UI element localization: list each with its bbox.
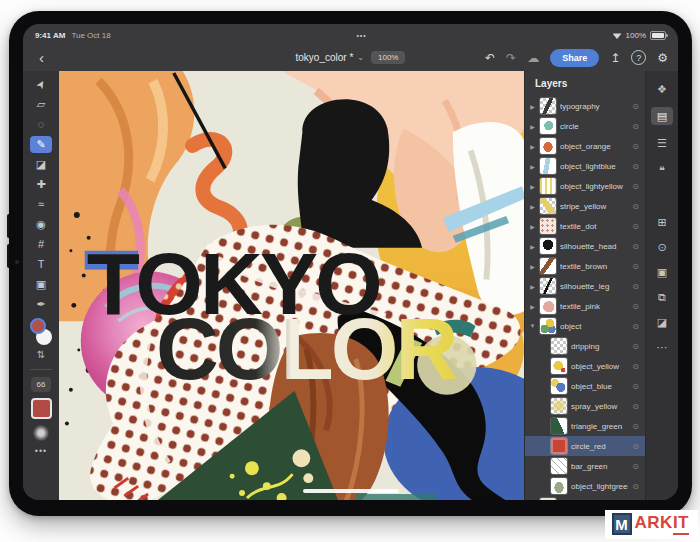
home-indicator[interactable]: [303, 489, 399, 493]
smudge-tool[interactable]: ≈: [30, 196, 52, 213]
primary-color-swatch[interactable]: [30, 318, 46, 334]
layer-visibility-toggle[interactable]: ⊙: [632, 402, 645, 411]
layer-caret-icon[interactable]: ▶: [529, 223, 536, 230]
layer-row-textile_brown[interactable]: ▶textile_brown⊙: [525, 256, 645, 276]
artwork-canvas[interactable]: TOKYO COLOR: [59, 71, 524, 500]
layer-row-object_lightgreen[interactable]: object_lightgreen⊙: [525, 476, 645, 496]
layer-row-circle_red[interactable]: circle_red⊙: [525, 436, 645, 456]
layer-visibility-toggle[interactable]: ⊙: [632, 422, 645, 431]
layer-visibility-toggle[interactable]: ⊙: [632, 442, 645, 451]
adjustments-icon[interactable]: ☰: [651, 134, 673, 152]
layer-caret-icon[interactable]: ▶: [529, 143, 536, 150]
layer-thumbnail[interactable]: [540, 258, 556, 274]
layer-visibility-toggle[interactable]: ⊙: [632, 222, 645, 231]
layer-row-object_yellow[interactable]: object_yellow⊙: [525, 356, 645, 376]
zoom-level-badge[interactable]: 100%: [371, 51, 405, 64]
layer-visibility-toggle[interactable]: ⊙: [632, 322, 645, 331]
transform-tool[interactable]: ▱: [30, 96, 52, 113]
layer-visibility-toggle[interactable]: ⊙: [632, 482, 645, 491]
layer-thumbnail[interactable]: [540, 158, 556, 174]
layer-visibility-toggle[interactable]: ⊙: [632, 142, 645, 151]
layer-caret-icon[interactable]: ▶: [529, 123, 536, 130]
layer-row-silhouette_head[interactable]: ▶silhouette_head⊙: [525, 236, 645, 256]
layer-thumbnail[interactable]: [551, 478, 567, 494]
layer-caret-icon[interactable]: ▶: [529, 303, 536, 310]
layer-row-spray_yellow[interactable]: spray_yellow⊙: [525, 396, 645, 416]
layer-thumbnail[interactable]: [540, 138, 556, 154]
layers-panel-icon[interactable]: ▤: [651, 107, 673, 125]
export-button[interactable]: ↥: [610, 50, 620, 66]
layer-visibility-toggle[interactable]: ⊙: [632, 102, 645, 111]
layer-caret-icon[interactable]: ▶: [529, 163, 536, 170]
undo-button[interactable]: ↶: [485, 50, 495, 66]
layer-visibility-icon[interactable]: ⊙: [651, 238, 673, 256]
layer-visibility-toggle[interactable]: ⊙: [632, 282, 645, 291]
layer-thumbnail[interactable]: [551, 458, 567, 474]
transform-layer-icon[interactable]: ⧉: [651, 288, 673, 306]
layer-thumbnail[interactable]: [540, 318, 556, 334]
lasso-tool[interactable]: ◌: [30, 116, 52, 133]
layer-caret-icon[interactable]: ▶: [529, 103, 536, 110]
layer-row-silhouette_leg[interactable]: ▶silhouette_leg⊙: [525, 276, 645, 296]
place-image-tool[interactable]: ▣: [30, 276, 52, 293]
layer-thumbnail[interactable]: [540, 198, 556, 214]
layer-visibility-toggle[interactable]: ⊙: [632, 122, 645, 131]
layer-row-textile_dot[interactable]: ▶textile_dot⊙: [525, 216, 645, 236]
layer-thumbnail[interactable]: [551, 378, 567, 394]
layer-caret-icon[interactable]: ▶: [529, 203, 536, 210]
layer-row-object_blue[interactable]: object_blue⊙: [525, 376, 645, 396]
layers-compact-icon[interactable]: ❖: [651, 80, 673, 98]
layer-mask-icon[interactable]: ▣: [651, 263, 673, 281]
move-tool[interactable]: ➤: [28, 71, 54, 99]
brush-color-swatch[interactable]: [31, 398, 52, 419]
layer-caret-icon[interactable]: ▶: [529, 283, 536, 290]
layer-visibility-toggle[interactable]: ⊙: [632, 242, 645, 251]
settings-button[interactable]: ⚙: [657, 50, 668, 66]
layer-visibility-toggle[interactable]: ⊙: [632, 362, 645, 371]
layer-row-dripping[interactable]: dripping⊙: [525, 336, 645, 356]
layer-row-typography[interactable]: ▶typography⊙: [525, 96, 645, 116]
layer-thumbnail[interactable]: [551, 358, 567, 374]
layer-row-bar_green[interactable]: bar_green⊙: [525, 456, 645, 476]
layer-thumbnail[interactable]: [551, 398, 567, 414]
layer-caret-icon[interactable]: ▶: [529, 263, 536, 270]
brush-softness-preview[interactable]: [33, 425, 49, 441]
layer-thumbnail[interactable]: [540, 278, 556, 294]
heal-tool[interactable]: ✚: [30, 176, 52, 193]
add-layer-icon[interactable]: ⊞: [651, 213, 673, 231]
layer-visibility-toggle[interactable]: ⊙: [632, 202, 645, 211]
color-well[interactable]: [29, 318, 53, 345]
layer-thumbnail[interactable]: [551, 338, 567, 354]
comments-icon[interactable]: ❝: [651, 161, 673, 179]
type-tool[interactable]: T: [30, 256, 52, 273]
layer-row-triangle_green[interactable]: triangle_green⊙: [525, 416, 645, 436]
tool-more-button[interactable]: •••: [35, 446, 47, 456]
layer-thumbnail[interactable]: [551, 418, 567, 434]
layer-row-object[interactable]: ▼object⊙: [525, 316, 645, 336]
layer-row-object_orange[interactable]: ▶object_orange⊙: [525, 136, 645, 156]
redo-button[interactable]: ↷: [506, 50, 516, 66]
brush-tool[interactable]: ✎: [30, 136, 52, 153]
back-button[interactable]: ‹: [33, 48, 50, 68]
layer-row-object_lightyellow[interactable]: ▶object_lightyellow⊙: [525, 176, 645, 196]
clear-layer-icon[interactable]: ◪: [651, 313, 673, 331]
swap-colors-button[interactable]: ⇅: [30, 348, 52, 362]
fill-tool[interactable]: ◉: [30, 216, 52, 233]
brush-size-badge[interactable]: 66: [31, 377, 51, 392]
share-button[interactable]: Share: [550, 49, 599, 67]
layer-row-circle[interactable]: ▶circle⊙: [525, 116, 645, 136]
layer-caret-icon[interactable]: ▶: [529, 243, 536, 250]
layer-thumbnail[interactable]: [540, 298, 556, 314]
layer-thumbnail[interactable]: [540, 238, 556, 254]
layer-row-stripe_yellow[interactable]: ▶stripe_yellow⊙: [525, 196, 645, 216]
layer-row-textile_pink[interactable]: ▶textile_pink⊙: [525, 296, 645, 316]
eyedropper-tool[interactable]: ✒: [30, 296, 52, 313]
layer-caret-icon[interactable]: ▼: [529, 323, 536, 329]
layer-visibility-toggle[interactable]: ⊙: [632, 462, 645, 471]
layer-caret-icon[interactable]: ▶: [529, 183, 536, 190]
layer-visibility-toggle[interactable]: ⊙: [632, 262, 645, 271]
layer-thumbnail[interactable]: [540, 218, 556, 234]
layer-visibility-toggle[interactable]: ⊙: [632, 162, 645, 171]
document-title-chevron-icon[interactable]: ⌄: [357, 53, 364, 62]
layer-thumbnail[interactable]: [551, 438, 567, 454]
